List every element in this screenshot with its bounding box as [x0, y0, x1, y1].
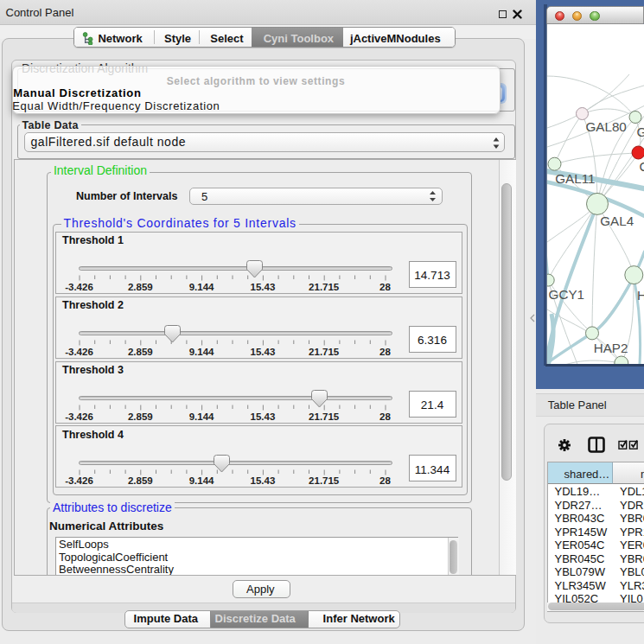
svg-text:GAL4: GAL4 [600, 213, 634, 227]
svg-text:HAP2: HAP2 [594, 341, 628, 355]
svg-text:GCY1: GCY1 [549, 287, 584, 302]
svg-text:G.: G. [637, 124, 644, 139]
svg-text:H: H [637, 288, 644, 303]
svg-text:GAL80: GAL80 [586, 119, 627, 134]
svg-text:C: C [640, 158, 644, 173]
svg-text:GAL11: GAL11 [555, 170, 595, 185]
